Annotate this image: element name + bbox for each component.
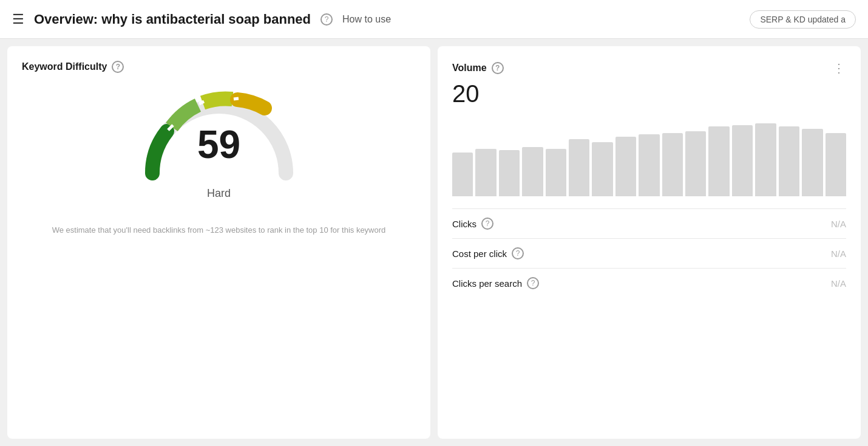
stat-label-0: Clicks? — [452, 218, 493, 230]
header-help-icon[interactable]: ? — [320, 13, 333, 26]
stat-label-text-1: Cost per click — [452, 249, 507, 259]
gauge-container: 59 Hard — [22, 85, 416, 200]
bar — [452, 153, 473, 196]
bar — [615, 137, 636, 196]
stat-help-icon-1[interactable]: ? — [512, 247, 524, 259]
kd-card-title: Keyword Difficulty ? — [22, 61, 416, 73]
stat-value-0: N/A — [831, 219, 846, 229]
kd-help-icon[interactable]: ? — [112, 61, 124, 73]
bar — [522, 147, 543, 196]
stat-row: Cost per click?N/A — [452, 238, 846, 268]
bar — [639, 134, 659, 196]
keyword-difficulty-card: Keyword Difficulty ? — [7, 46, 430, 439]
bar — [779, 126, 799, 196]
page-title: Overview: why is antibacterial soap bann… — [34, 12, 311, 27]
volume-card: Volume ? ⋮ 20 Clicks?N/ACost per click?N… — [438, 46, 861, 439]
how-to-use-link[interactable]: How to use — [342, 14, 391, 25]
gauge-value-container: 59 — [197, 125, 240, 164]
bar — [475, 149, 496, 196]
stat-row: Clicks?N/A — [452, 208, 846, 238]
bar — [826, 133, 846, 196]
stat-row: Clicks per search?N/A — [452, 268, 846, 298]
kd-description: We estimate that you'll need backlinks f… — [22, 224, 416, 236]
svg-line-5 — [234, 98, 239, 99]
stat-help-icon-0[interactable]: ? — [481, 218, 493, 230]
gauge-label: Hard — [207, 187, 231, 200]
serp-badge[interactable]: SERP & KD updated a — [750, 10, 856, 29]
bar — [499, 150, 520, 196]
stat-value-2: N/A — [831, 278, 846, 289]
stat-label-2: Clicks per search? — [452, 277, 539, 289]
bar — [546, 149, 566, 196]
bar — [732, 125, 753, 196]
stat-label-text-2: Clicks per search — [452, 278, 522, 289]
bar — [592, 142, 612, 196]
bar — [755, 123, 776, 196]
kd-title-text: Keyword Difficulty — [22, 61, 107, 72]
stat-help-icon-2[interactable]: ? — [527, 277, 539, 289]
bar — [569, 139, 589, 196]
more-options-icon[interactable]: ⋮ — [833, 61, 846, 75]
volume-help-icon[interactable]: ? — [492, 62, 504, 74]
gauge-number: 59 — [197, 125, 240, 164]
header: ☰ Overview: why is antibacterial soap ba… — [0, 0, 868, 39]
volume-number: 20 — [452, 80, 846, 108]
volume-title-text: Volume — [452, 63, 487, 74]
stats-section: Clicks?N/ACost per click?N/AClicks per s… — [452, 208, 846, 298]
bar — [662, 133, 683, 196]
volume-bar-chart — [452, 117, 846, 196]
bar — [685, 131, 706, 196]
bar — [708, 126, 729, 196]
bar — [802, 129, 822, 196]
stat-label-1: Cost per click? — [452, 247, 524, 259]
volume-header: Volume ? ⋮ — [452, 61, 846, 75]
hamburger-menu-icon[interactable]: ☰ — [12, 12, 24, 27]
stat-value-1: N/A — [831, 249, 846, 259]
stat-label-text-0: Clicks — [452, 219, 476, 229]
gauge-wrapper: 59 — [134, 85, 304, 182]
volume-card-title: Volume ? — [452, 62, 504, 74]
main-content: Keyword Difficulty ? — [0, 39, 868, 446]
